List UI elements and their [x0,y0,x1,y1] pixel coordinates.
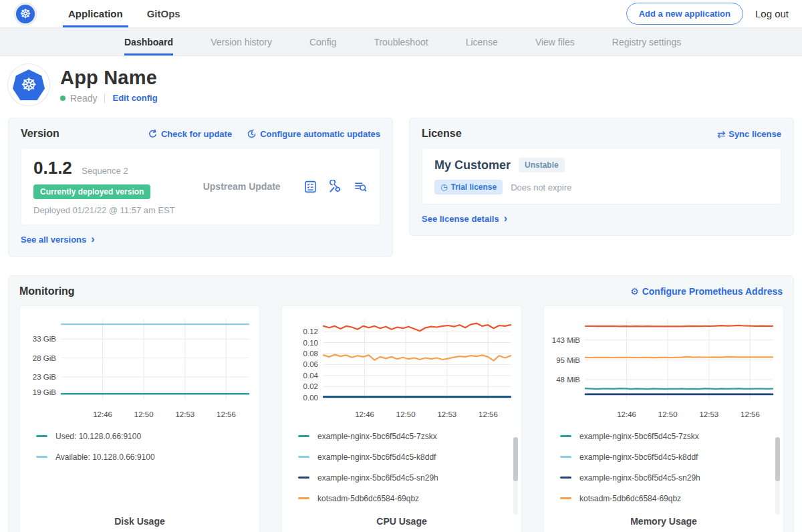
tab-version-history[interactable]: Version history [211,28,272,55]
scrollbar-thumb[interactable] [775,437,780,481]
see-all-versions-link[interactable]: See all versions › [21,234,95,245]
divider [104,94,105,103]
preflight-checks-icon[interactable] [328,180,342,194]
check-for-update-label: Check for update [161,129,232,139]
see-license-details-label: See license details [422,214,499,224]
legend-item[interactable]: example-nginx-5bc6f5d4c5-sn29h [298,473,515,483]
tab-registry-settings[interactable]: Registry settings [612,28,681,55]
license-expiry: Does not expire [511,182,571,192]
legend-item[interactable]: kotsadm-5db6dc6584-69qbz [298,494,515,503]
legend-label: example-nginx-5bc6f5d4c5-7zskx [317,432,437,441]
version-card: Version Check for update Configure autom… [8,118,393,257]
memory-usage-card: 12:4612:5012:5312:56143 MiB95 MiB48 MiB … [543,305,784,532]
check-for-update-link[interactable]: Check for update [148,129,232,139]
svg-text:12:56: 12:56 [217,410,236,418]
scrollbar-thumb[interactable] [513,437,518,481]
topnav-right: Add a new application Log out [626,0,793,27]
deployed-timestamp: Deployed 01/21/22 @ 11:57 am EST [33,205,175,215]
legend-swatch [560,497,571,499]
legend-swatch [298,497,309,499]
svg-text:28 GiB: 28 GiB [33,354,56,362]
chart-title: CPU Usage [289,516,515,527]
tab-application[interactable]: Application [56,0,135,27]
charts-row: 12:4612:5012:5312:5633 GiB28 GiB23 GiB19… [19,305,783,532]
topnav-tabs: Application GitOps [56,0,192,27]
view-logs-icon[interactable] [353,180,368,194]
tab-config[interactable]: Config [309,28,336,55]
app-sub-nav: Dashboard Version history Config Trouble… [0,28,802,56]
cpu-usage-chart: 12:4612:5012:5312:560.120.100.080.060.04… [289,314,516,425]
legend-label: kotsadm-5db6dc6584-69qbz [317,494,419,503]
svg-text:12:50: 12:50 [134,410,154,418]
chevron-right-icon: › [91,234,94,245]
see-all-versions-label: See all versions [21,235,86,245]
legend-item[interactable]: example-nginx-5bc6f5d4c5-7zskx [560,432,777,441]
legend-swatch [36,435,47,437]
version-card-header: Version Check for update Configure autom… [21,128,380,140]
tab-gitops[interactable]: GitOps [135,0,192,27]
release-notes-icon[interactable] [303,180,317,194]
deployed-badge: Currently deployed version [33,184,150,199]
svg-text:95 MiB: 95 MiB [556,356,580,364]
monitoring-title: Monitoring [19,285,75,297]
legend-item[interactable]: example-nginx-5bc6f5d4c5-k8ddf [560,452,777,462]
svg-text:12:53: 12:53 [437,410,456,418]
legend-swatch [560,477,571,479]
customer-row: My Customer Unstable [434,158,769,172]
legend-label: Available: 10.128.0.66:9100 [55,452,155,462]
version-card-links: Check for update Configure automatic upd… [148,129,380,139]
license-card-header: License ⇄ Sync license [422,128,781,140]
svg-text:0.10: 0.10 [303,338,318,346]
svg-text:12:56: 12:56 [479,410,498,418]
legend-item[interactable]: example-nginx-5bc6f5d4c5-k8ddf [298,452,515,462]
cpu-usage-card: 12:4612:5012:5312:560.120.100.080.060.04… [281,305,522,532]
monitoring-header: Monitoring ⚙ Configure Prometheus Addres… [19,285,783,297]
svg-text:19 GiB: 19 GiB [33,388,56,396]
configure-prometheus-link[interactable]: ⚙ Configure Prometheus Address [630,286,783,297]
svg-text:12:53: 12:53 [175,410,194,418]
legend-label: example-nginx-5bc6f5d4c5-sn29h [317,473,438,483]
tab-troubleshoot[interactable]: Troubleshoot [374,28,428,55]
legend-item[interactable]: kotsadm-5db6dc6584-69qbz [560,494,777,503]
tab-dashboard[interactable]: Dashboard [124,28,173,55]
kubernetes-logo-icon: ☸ [15,3,36,25]
refresh-icon [148,129,158,139]
customer-name: My Customer [434,158,511,172]
configure-prometheus-label: Configure Prometheus Address [642,286,783,297]
chart-title: Memory Usage [551,516,777,527]
trial-license-badge: ◷ Trial license [434,180,503,194]
cpu-usage-legend: example-nginx-5bc6f5d4c5-7zskx example-n… [298,432,515,515]
legend-scrollbar[interactable] [775,437,780,515]
legend-label: kotsadm-5db6dc6584-69qbz [579,494,681,503]
chevron-right-icon: › [504,213,507,224]
license-info-card: My Customer Unstable ◷ Trial license Doe… [422,148,781,205]
version-info-block: 0.1.2 Sequence 2 Currently deployed vers… [33,158,175,215]
svg-text:12:56: 12:56 [741,410,760,418]
svg-text:12:50: 12:50 [396,410,416,418]
disk-usage-card: 12:4612:5012:5312:5633 GiB28 GiB23 GiB19… [19,305,260,532]
license-card-title: License [422,128,462,140]
clock-refresh-icon [247,129,257,139]
configure-auto-updates-link[interactable]: Configure automatic updates [247,129,380,139]
logout-link[interactable]: Log out [755,8,793,19]
legend-swatch [560,456,571,458]
legend-scrollbar[interactable] [513,437,518,515]
version-actions [303,180,368,194]
legend-item[interactable]: example-nginx-5bc6f5d4c5-sn29h [560,473,777,483]
tab-license[interactable]: License [466,28,498,55]
legend-swatch [36,456,47,458]
tab-view-files[interactable]: View files [535,28,575,55]
configure-auto-updates-label: Configure automatic updates [260,129,380,139]
legend-item[interactable]: Used: 10.128.0.66:9100 [36,432,253,441]
chart-title: Disk Usage [27,516,253,527]
legend-item[interactable]: example-nginx-5bc6f5d4c5-7zskx [298,432,515,441]
add-application-button[interactable]: Add a new application [626,3,743,25]
app-logo-icon: ☸ [8,64,49,106]
edit-config-link[interactable]: Edit config [112,93,157,103]
cards-row: Version Check for update Configure autom… [8,118,794,257]
see-license-details-link[interactable]: See license details › [422,213,507,224]
svg-text:12:46: 12:46 [617,410,636,418]
sync-arrows-icon: ⇄ [717,129,726,139]
legend-item[interactable]: Available: 10.128.0.66:9100 [36,452,253,462]
sync-license-link[interactable]: ⇄ Sync license [717,129,781,139]
